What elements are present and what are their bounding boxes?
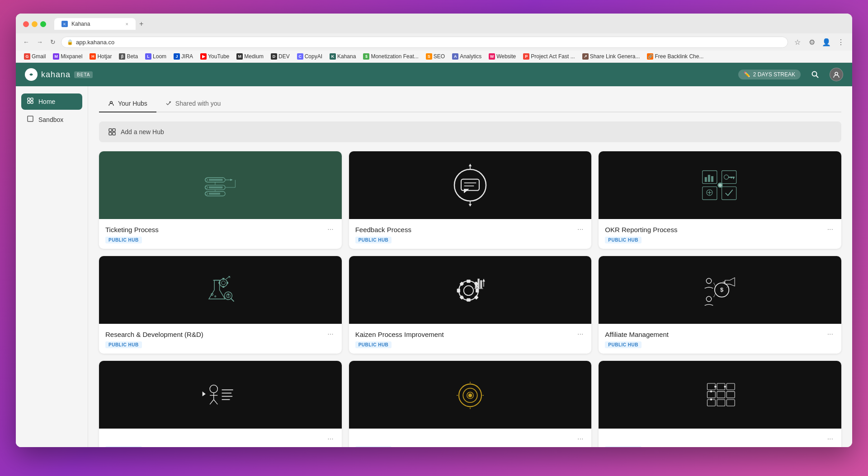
svg-point-1 — [812, 72, 817, 76]
bookmark-website[interactable]: W Website — [486, 52, 519, 61]
copyai-icon: C — [297, 53, 303, 60]
hub-menu-affiliate[interactable]: ··· — [826, 329, 835, 339]
nav-actions: ☆ ⚙ 👤 ⋮ — [792, 36, 847, 48]
svg-rect-11 — [109, 129, 112, 131]
bookmark-beta[interactable]: β Beta — [116, 52, 141, 61]
menu-button[interactable]: ⋮ — [835, 36, 847, 48]
bookmark-monetization[interactable]: $ Monetization Feat... — [360, 52, 421, 61]
hub-menu-9[interactable]: ··· — [826, 434, 835, 444]
sandbox-icon — [27, 115, 34, 124]
svg-rect-17 — [209, 179, 223, 181]
hub-title-row-feedback: Feedback Process ··· — [355, 224, 585, 234]
hub-card-feedback[interactable]: Feedback Process ··· PUBLIC HUB — [349, 151, 592, 249]
svg-marker-35 — [469, 204, 472, 207]
svg-point-57 — [222, 281, 226, 285]
bookmark-medium[interactable]: M Medium — [234, 52, 266, 61]
streak-icon: ✏️ — [744, 71, 750, 78]
close-button[interactable] — [23, 21, 29, 27]
bookmark-loom[interactable]: L Loom — [142, 52, 169, 61]
svg-line-2 — [816, 76, 819, 78]
sidebar-item-home-label: Home — [38, 98, 55, 105]
bookmark-backlink[interactable]: 🔗 Free Backlink Che... — [644, 52, 706, 61]
hub-title-feedback: Feedback Process — [355, 226, 411, 233]
svg-rect-8 — [28, 116, 33, 121]
bookmark-sharelink[interactable]: ↗ Share Link Genera... — [580, 52, 643, 61]
app-logo: kahana BETA — [25, 68, 93, 81]
new-tab-button[interactable]: + — [136, 18, 147, 30]
sidebar-item-home[interactable]: Home — [21, 93, 82, 110]
hub-menu-feedback[interactable]: ··· — [576, 224, 585, 234]
forward-button[interactable]: → — [35, 37, 45, 47]
bookmark-youtube[interactable]: ▶ YouTube — [198, 52, 232, 61]
extensions-button[interactable]: ⚙ — [806, 36, 818, 48]
svg-rect-60 — [219, 282, 221, 284]
svg-point-85 — [706, 278, 711, 283]
user-avatar[interactable] — [830, 68, 843, 81]
hub-thumbnail-rd — [99, 256, 342, 324]
bookmark-copyai[interactable]: C CopyAI — [294, 52, 325, 61]
hub-info-feedback: Feedback Process ··· PUBLIC HUB — [349, 219, 592, 249]
svg-point-3 — [835, 72, 838, 75]
svg-rect-71 — [457, 289, 460, 293]
hub-menu-okr[interactable]: ··· — [826, 224, 835, 234]
hub-thumbnail-kaizen — [349, 256, 592, 324]
minimize-button[interactable] — [32, 21, 38, 27]
bookmark-project[interactable]: P Project Act Fast ... — [520, 52, 577, 61]
address-bar[interactable]: 🔒 app.kahana.co — [61, 37, 788, 48]
svg-rect-70 — [467, 299, 471, 302]
svg-rect-6 — [28, 101, 30, 103]
svg-rect-76 — [474, 295, 479, 299]
sidebar-item-sandbox[interactable]: Sandbox — [21, 112, 82, 128]
bookmark-kahana[interactable]: K Kahana — [327, 52, 359, 61]
profile-button[interactable]: 👤 — [821, 36, 832, 48]
hub-menu-rd[interactable]: ··· — [326, 329, 335, 339]
svg-rect-31 — [461, 179, 479, 191]
hub-menu-7[interactable]: ··· — [326, 434, 335, 444]
sharelink-icon: ↗ — [582, 53, 589, 60]
hub-card-9[interactable]: ··· PUBLIC HUB — [599, 361, 841, 447]
svg-line-93 — [210, 400, 214, 405]
back-button[interactable]: ← — [21, 37, 31, 47]
tab-your-hubs[interactable]: Your Hubs — [99, 95, 156, 112]
bookmark-dev[interactable]: D DEV — [268, 52, 292, 61]
hub-menu-ticketing[interactable]: ··· — [326, 224, 335, 234]
bookmark-hotjar[interactable]: H Hotjar — [87, 52, 114, 61]
bookmark-mixpanel[interactable]: M Mixpanel — [50, 52, 85, 61]
svg-marker-82 — [482, 279, 485, 281]
hub-card-kaizen[interactable]: Kaizen Process Improvement ··· PUBLIC HU… — [349, 256, 592, 354]
hub-badge-8: PUBLIC HUB — [355, 446, 392, 447]
hub-card-7[interactable]: ··· PUBLIC HUB — [99, 361, 342, 447]
hub-card-rd[interactable]: Research & Development (R&D) ··· PUBLIC … — [99, 256, 342, 354]
svg-line-87 — [713, 283, 715, 287]
tab-title: Kahana — [71, 21, 90, 27]
hub-title-row-8: ··· — [355, 434, 585, 444]
svg-point-118 — [710, 391, 712, 392]
hub-card-8[interactable]: ··· PUBLIC HUB — [349, 361, 592, 447]
bookmark-jira[interactable]: J JIRA — [171, 52, 196, 61]
bookmark-star-button[interactable]: ☆ — [792, 36, 803, 48]
svg-rect-4 — [28, 98, 30, 100]
youtube-icon: ▶ — [200, 53, 207, 60]
reload-button[interactable]: ↻ — [48, 37, 57, 47]
search-button[interactable] — [808, 67, 822, 82]
hub-card-affiliate[interactable]: $ — [599, 256, 841, 354]
svg-point-56 — [220, 279, 227, 287]
hub-menu-kaizen[interactable]: ··· — [576, 329, 585, 339]
add-hub-button[interactable]: Add a new Hub — [99, 121, 841, 142]
svg-rect-37 — [704, 177, 707, 182]
tab-close-button[interactable]: × — [126, 21, 128, 27]
maximize-button[interactable] — [40, 21, 46, 27]
bookmark-gmail[interactable]: G Gmail — [21, 52, 48, 61]
hub-card-okr[interactable]: OKR Reporting Process ··· PUBLIC HUB — [599, 151, 841, 249]
bookmark-analytics[interactable]: A Analytics — [449, 52, 484, 61]
hub-menu-8[interactable]: ··· — [576, 434, 585, 444]
tab-shared-with-you[interactable]: Shared with you — [156, 95, 230, 112]
svg-marker-19 — [231, 179, 233, 181]
svg-rect-13 — [109, 132, 112, 135]
svg-rect-78 — [477, 279, 479, 288]
hub-card-ticketing[interactable]: Ticketing Process ··· PUBLIC HUB — [99, 151, 342, 249]
bookmark-seo[interactable]: S SEO — [423, 52, 448, 61]
streak-badge[interactable]: ✏️ 2 DAYS STREAK — [738, 70, 801, 79]
content-tabs: Your Hubs Shared with you — [99, 95, 841, 112]
browser-tab-kahana[interactable]: K Kahana × — [54, 18, 136, 30]
